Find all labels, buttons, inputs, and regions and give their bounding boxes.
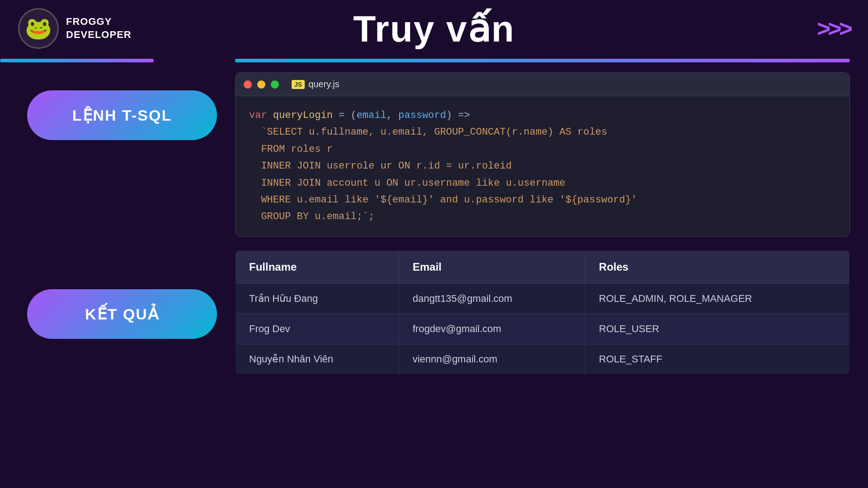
code-editor: JS query.js var queryLogin = (email, pas… bbox=[235, 72, 850, 237]
close-dot[interactable] bbox=[244, 80, 252, 89]
col-roles: Roles bbox=[585, 250, 849, 283]
accent-bar-left bbox=[0, 59, 154, 62]
logo-circle: 🐸 bbox=[18, 8, 59, 49]
cell-roles: ROLE_ADMIN, ROLE_MANAGER bbox=[585, 283, 849, 314]
cell-fullname: Trần Hữu Đang bbox=[236, 283, 399, 314]
editor-tab-name: query.js bbox=[308, 79, 340, 89]
editor-tab: JS query.js bbox=[292, 79, 340, 89]
table-row: Trần Hữu Đang dangtt135@gmail.com ROLE_A… bbox=[236, 283, 850, 314]
frog-icon: 🐸 bbox=[25, 16, 52, 41]
js-badge: JS bbox=[292, 80, 305, 89]
cell-roles: ROLE_USER bbox=[585, 314, 849, 344]
right-panel: JS query.js var queryLogin = (email, pas… bbox=[235, 72, 850, 375]
result-table: Fullname Email Roles Trần Hữu Đang dangt… bbox=[235, 250, 850, 375]
result-button[interactable]: KẾT QUẢ bbox=[27, 289, 217, 339]
result-button-label: KẾT QUẢ bbox=[85, 305, 159, 323]
brand-name: FROGGY DEVELOPER bbox=[66, 15, 132, 41]
tsql-button-label: LỆNH T-SQL bbox=[72, 106, 172, 124]
col-fullname: Fullname bbox=[236, 250, 399, 283]
cell-fullname: Frog Dev bbox=[236, 314, 399, 344]
table-row: Frog Dev frogdev@gmail.com ROLE_USER bbox=[236, 314, 850, 344]
table-row: Nguyễn Nhân Viên viennn@gmail.com ROLE_S… bbox=[236, 344, 850, 374]
page-title: Truy vấn bbox=[353, 7, 515, 50]
cell-fullname: Nguyễn Nhân Viên bbox=[236, 344, 399, 374]
cell-roles: ROLE_STAFF bbox=[585, 344, 849, 374]
next-arrows[interactable]: >>> bbox=[817, 15, 850, 42]
maximize-dot[interactable] bbox=[271, 80, 279, 89]
left-panel: LỆNH T-SQL KẾT QUẢ bbox=[18, 90, 226, 339]
tsql-button[interactable]: LỆNH T-SQL bbox=[27, 90, 217, 140]
accent-bar-right bbox=[235, 59, 850, 62]
logo-area: 🐸 FROGGY DEVELOPER bbox=[18, 8, 132, 49]
minimize-dot[interactable] bbox=[257, 80, 265, 89]
cell-email: dangtt135@gmail.com bbox=[399, 283, 585, 314]
editor-body: var queryLogin = (email, password) => `S… bbox=[236, 96, 849, 236]
editor-titlebar: JS query.js bbox=[236, 73, 849, 96]
col-email: Email bbox=[399, 250, 585, 283]
cell-email: viennn@gmail.com bbox=[399, 344, 585, 374]
table-header-row: Fullname Email Roles bbox=[236, 250, 850, 283]
header: 🐸 FROGGY DEVELOPER Truy vấn >>> bbox=[0, 0, 868, 57]
cell-email: frogdev@gmail.com bbox=[399, 314, 585, 344]
